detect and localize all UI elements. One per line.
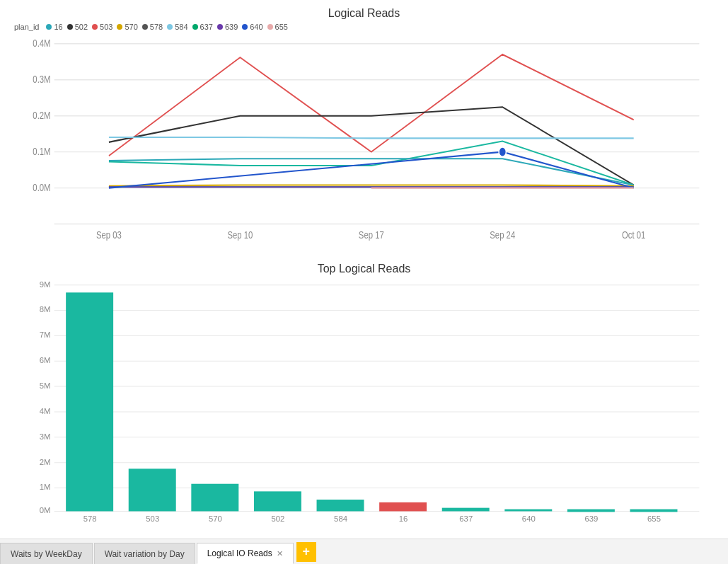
svg-text:0.2M: 0.2M bbox=[33, 109, 50, 121]
legend: plan_id 16502503570578584637639640655 bbox=[14, 23, 714, 31]
svg-text:4M: 4M bbox=[40, 407, 51, 415]
top-logical-reads-section: Top Logical Reads 9M 8M 7M 6M bbox=[14, 263, 714, 539]
legend-item-503: 503 bbox=[92, 23, 112, 31]
line-chart-wrapper: 0.4M 0.3M 0.2M 0.1M 0.0M Sep 03 Sep 10 S… bbox=[14, 34, 714, 258]
legend-item-639: 639 bbox=[217, 23, 238, 31]
legend-item-637: 637 bbox=[192, 23, 213, 31]
svg-text:2M: 2M bbox=[40, 458, 51, 466]
svg-text:Oct 01: Oct 01 bbox=[622, 229, 645, 241]
svg-text:502: 502 bbox=[271, 514, 284, 523]
tab-logical-io-reads[interactable]: Logical IO Reads ✕ bbox=[197, 543, 294, 564]
svg-text:578: 578 bbox=[83, 514, 97, 523]
svg-text:Sep 03: Sep 03 bbox=[96, 229, 122, 241]
svg-text:5M: 5M bbox=[40, 381, 51, 390]
svg-text:640: 640 bbox=[522, 514, 536, 523]
bar-639 bbox=[567, 509, 615, 512]
tab-waits-by-weekday[interactable]: Waits by WeekDay bbox=[0, 543, 93, 564]
bar-503 bbox=[129, 468, 176, 511]
tab-wait-variation-by-day[interactable]: Wait variation by Day bbox=[94, 543, 195, 564]
legend-field-label: plan_id bbox=[14, 23, 39, 31]
svg-text:1M: 1M bbox=[40, 483, 51, 492]
svg-text:6M: 6M bbox=[40, 356, 51, 364]
svg-text:Sep 17: Sep 17 bbox=[359, 229, 384, 241]
tab-close-icon[interactable]: ✕ bbox=[277, 549, 283, 558]
tab-wait-variation-label: Wait variation by Day bbox=[105, 549, 185, 559]
svg-text:9M: 9M bbox=[40, 280, 51, 289]
legend-item-502: 502 bbox=[67, 23, 88, 31]
line-chart-svg: 0.4M 0.3M 0.2M 0.1M 0.0M Sep 03 Sep 10 S… bbox=[14, 34, 714, 258]
bar-584 bbox=[317, 500, 364, 511]
svg-text:Sep 24: Sep 24 bbox=[490, 229, 515, 241]
legend-item-16: 16 bbox=[46, 23, 62, 31]
bar-578 bbox=[66, 292, 113, 511]
bar-502 bbox=[254, 491, 301, 511]
add-tab-button[interactable]: + bbox=[296, 542, 316, 562]
bar-637 bbox=[442, 507, 490, 511]
svg-point-16 bbox=[499, 147, 506, 157]
bar-655 bbox=[630, 509, 678, 512]
tab-waits-by-weekday-label: Waits by WeekDay bbox=[11, 549, 82, 559]
svg-text:570: 570 bbox=[209, 514, 222, 523]
legend-item-584: 584 bbox=[167, 23, 187, 31]
tab-bar: Waits by WeekDay Wait variation by Day L… bbox=[0, 539, 728, 564]
charts-area: Logical Reads plan_id 165025035705785846… bbox=[0, 0, 728, 539]
logical-reads-section: Logical Reads plan_id 165025035705785846… bbox=[14, 7, 714, 258]
top-chart-title: Logical Reads bbox=[14, 7, 714, 20]
svg-text:637: 637 bbox=[459, 514, 473, 523]
svg-text:16: 16 bbox=[399, 514, 408, 523]
bar-chart-svg: 9M 8M 7M 6M 5M 4M 3M 2M 1M 0M 578 503 bbox=[14, 278, 714, 539]
svg-text:584: 584 bbox=[334, 514, 347, 523]
svg-text:655: 655 bbox=[647, 514, 661, 523]
bar-chart-wrapper: 9M 8M 7M 6M 5M 4M 3M 2M 1M 0M 578 503 bbox=[14, 278, 714, 539]
bar-640 bbox=[504, 509, 552, 511]
bar-570 bbox=[191, 483, 238, 511]
svg-text:3M: 3M bbox=[40, 432, 51, 441]
bar-16 bbox=[379, 502, 427, 512]
svg-text:0.3M: 0.3M bbox=[33, 73, 50, 85]
svg-text:0.0M: 0.0M bbox=[33, 181, 50, 193]
legend-item-570: 570 bbox=[117, 23, 137, 31]
legend-item-578: 578 bbox=[142, 23, 163, 31]
tab-logical-io-reads-label: Logical IO Reads bbox=[207, 548, 272, 558]
svg-text:639: 639 bbox=[584, 514, 598, 523]
svg-text:0M: 0M bbox=[40, 506, 51, 514]
bottom-chart-title: Top Logical Reads bbox=[14, 263, 714, 275]
svg-text:0.1M: 0.1M bbox=[33, 145, 50, 157]
legend-item-655: 655 bbox=[267, 23, 288, 31]
svg-text:7M: 7M bbox=[40, 330, 51, 339]
svg-text:Sep 10: Sep 10 bbox=[227, 229, 253, 241]
svg-text:8M: 8M bbox=[40, 306, 51, 314]
svg-text:0.4M: 0.4M bbox=[33, 37, 50, 49]
svg-text:503: 503 bbox=[146, 514, 159, 523]
legend-item-640: 640 bbox=[242, 23, 262, 31]
